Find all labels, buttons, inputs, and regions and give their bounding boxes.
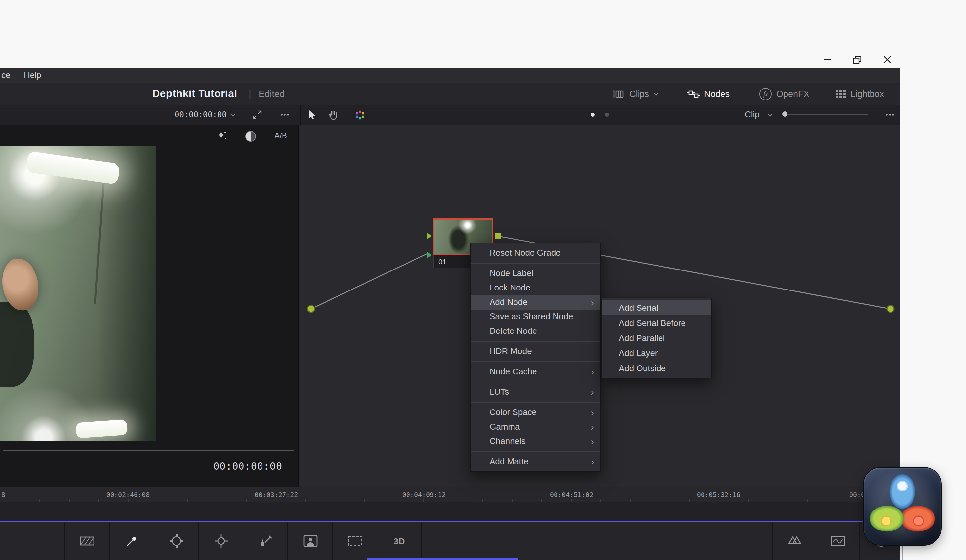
- waveform-icon: [830, 535, 846, 547]
- tab-clips[interactable]: Clips: [613, 83, 659, 105]
- menu-item-clipped[interactable]: ce: [1, 70, 10, 80]
- scopes-panel-button[interactable]: [816, 522, 860, 560]
- menu-item-add-parallel[interactable]: Add Parallel: [602, 331, 711, 345]
- pan-tool-button[interactable]: [328, 105, 338, 124]
- dot-dim: [605, 113, 609, 117]
- ab-compare-button[interactable]: A/B: [274, 131, 287, 140]
- viewer-toolbar: 00:00:00:00: [0, 105, 900, 125]
- project-title: Depthkit Tutorial: [152, 88, 237, 100]
- toolbar-timecode[interactable]: 00:00:00:00: [174, 110, 227, 120]
- menu-item-node-label[interactable]: Node Label: [470, 266, 600, 281]
- curves-tool-button[interactable]: [65, 522, 110, 560]
- pointer-icon: [306, 110, 315, 120]
- split-compare-button[interactable]: [245, 131, 256, 142]
- viewer-frame: [0, 146, 156, 440]
- light-stand: [94, 180, 105, 304]
- menu-item-add-outside[interactable]: Add Outside: [602, 361, 711, 376]
- magic-mask-tool-button[interactable]: [288, 522, 333, 560]
- clip-mode-dropdown[interactable]: [767, 105, 774, 124]
- ruler-label-clipped-right: 00:0: [849, 491, 865, 498]
- menu-item-add-serial[interactable]: Add Serial: [602, 300, 711, 315]
- ruler-label: 00:03:27:22: [255, 491, 298, 498]
- menu-separator: [470, 402, 600, 403]
- power-window-tool-button[interactable]: [154, 522, 199, 560]
- timeline-ruler[interactable]: 8 00:02:46:08 00:03:27:22 00:04:09:12 00…: [0, 486, 900, 502]
- expand-icon: [253, 110, 262, 120]
- graph-output-port[interactable]: [887, 305, 894, 313]
- tab-lightbox-label: Lightbox: [851, 89, 884, 99]
- dot-filled: [591, 113, 595, 117]
- palette-tool-group: 3D: [64, 522, 422, 560]
- menu-item-save-as-shared-node[interactable]: Save as Shared Node: [470, 309, 600, 324]
- color-dots-button[interactable]: [354, 105, 365, 124]
- studio-light-top: [25, 151, 120, 185]
- menu-item-color-space[interactable]: Color Space›: [470, 405, 600, 420]
- clips-icon: [613, 90, 625, 99]
- restore-icon: [853, 56, 861, 64]
- tracker-crosshair-icon: [214, 534, 228, 548]
- submenu-arrow-icon: ›: [591, 385, 594, 400]
- qualifier-tool-button[interactable]: [243, 522, 288, 560]
- tab-lightbox[interactable]: Lightbox: [835, 83, 884, 105]
- viewer-options-button[interactable]: [279, 105, 290, 124]
- viewer-scrub-bar[interactable]: [3, 450, 294, 451]
- add-node-submenu: Add Serial Add Serial Before Add Paralle…: [601, 298, 712, 378]
- key-input-triangle[interactable]: [427, 252, 432, 259]
- subject-body: [0, 301, 34, 387]
- clip-mode-label[interactable]: Clip: [745, 110, 760, 120]
- tracker-tool-button[interactable]: [199, 522, 243, 560]
- keyframes-panel-button[interactable]: [773, 522, 816, 560]
- submenu-arrow-icon: ›: [591, 295, 594, 309]
- menu-item-reset-node-grade[interactable]: Reset Node Grade: [470, 246, 600, 260]
- stereo-layers-icon: [787, 535, 802, 547]
- graph-options-button[interactable]: [885, 105, 895, 124]
- toolbar-divider: [300, 105, 301, 124]
- zoom-slider-knob[interactable]: [782, 111, 787, 117]
- lightbox-grid-icon: [835, 90, 846, 98]
- sizing-tool-button[interactable]: [333, 522, 377, 560]
- rgb-output-square[interactable]: [495, 233, 501, 239]
- chevron-down-icon: [768, 113, 773, 116]
- menu-item-add-serial-before[interactable]: Add Serial Before: [602, 315, 711, 331]
- restore-button[interactable]: [847, 54, 867, 65]
- menu-item-add-node[interactable]: Add Node›: [470, 295, 600, 309]
- menu-item-luts[interactable]: LUTs›: [470, 385, 600, 400]
- main-area: A/B 00:00:00:00: [0, 124, 900, 486]
- graph-input-port[interactable]: [307, 305, 315, 313]
- menu-item-hdr-mode[interactable]: HDR Mode: [470, 344, 600, 359]
- menu-item-gamma[interactable]: Gamma›: [470, 420, 600, 434]
- menu-item-lock-node[interactable]: Lock Node: [470, 281, 600, 295]
- enhance-button[interactable]: [217, 131, 227, 144]
- menu-item-delete-node[interactable]: Delete Node: [470, 324, 600, 338]
- nodes-icon: [687, 90, 700, 98]
- dashed-box-icon: [347, 534, 363, 547]
- tab-openfx[interactable]: fx OpenFX: [759, 83, 810, 105]
- eyedropper-tool-button[interactable]: [110, 522, 154, 560]
- studio-light-bottom: [76, 419, 128, 439]
- page-indicator-2[interactable]: [604, 105, 610, 124]
- menu-item-add-matte[interactable]: Add Matte›: [470, 454, 600, 469]
- tab-openfx-label: OpenFX: [776, 89, 810, 99]
- page-indicator-1[interactable]: [589, 105, 596, 124]
- color-dots-icon: [355, 110, 365, 120]
- menu-separator: [470, 361, 600, 362]
- pointer-tool-button[interactable]: [306, 105, 316, 124]
- close-button[interactable]: [877, 54, 897, 65]
- minimize-button[interactable]: [817, 54, 837, 65]
- menu-item-node-cache[interactable]: Node Cache›: [470, 365, 600, 379]
- bottom-toolbar: 3D: [0, 522, 900, 560]
- expand-viewer-button[interactable]: [252, 105, 263, 124]
- rgb-input-triangle[interactable]: [427, 233, 432, 239]
- menu-separator: [470, 451, 600, 452]
- timecode-dropdown[interactable]: [228, 105, 238, 124]
- menu-item-add-layer[interactable]: Add Layer: [602, 345, 711, 361]
- menu-item-channels[interactable]: Channels›: [470, 434, 600, 449]
- 3d-tool-button[interactable]: 3D: [377, 522, 422, 560]
- menu-separator: [470, 382, 600, 382]
- tab-nodes[interactable]: Nodes: [687, 83, 730, 105]
- zoom-slider-track[interactable]: [785, 114, 867, 115]
- wipe-frames-icon: [79, 534, 95, 547]
- tab-nodes-label: Nodes: [704, 89, 730, 99]
- menu-separator: [470, 341, 600, 342]
- menu-item-help[interactable]: Help: [24, 70, 41, 80]
